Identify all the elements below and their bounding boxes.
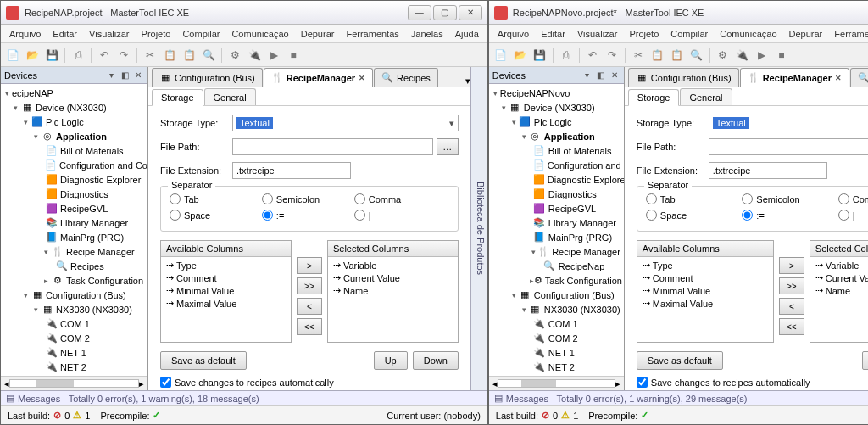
subtab-storage[interactable]: Storage [152,89,203,106]
run-icon[interactable]: ▶ [754,47,771,64]
redo-icon[interactable]: ↷ [115,47,132,64]
tree-item[interactable]: Diagnostic Explorer [60,175,141,185]
tree-hscroll[interactable]: ◂▸ [489,376,624,390]
menubar[interactable]: Arquivo Editar Visualizar Projeto Compil… [1,25,487,43]
save-icon[interactable]: 💾 [43,47,60,64]
tree-device[interactable]: Device (NX3030) [524,103,595,113]
list-item[interactable]: ⇢Variable [331,259,454,271]
selected-columns[interactable]: Selected Columns ⇢Variable ⇢Current Valu… [327,240,459,343]
tree-item[interactable]: Bill of Materials [548,146,612,156]
copy-icon[interactable]: 📋 [161,47,178,64]
tree-nx[interactable]: NX3030 (NX3030) [544,305,620,315]
tree-port[interactable]: COM 2 [60,333,90,344]
undo-icon[interactable]: ↶ [96,47,113,64]
minimize-button[interactable]: — [408,5,431,20]
list-item[interactable]: ⇢Current Value [331,271,454,284]
tab-close-icon[interactable]: ✕ [359,74,365,82]
tree-item[interactable]: Configuration and Consump [59,160,147,171]
file-ext-input[interactable] [709,162,827,179]
menu-ajuda[interactable]: Ajuda [450,27,484,41]
list-item[interactable]: ⇢Maximal Value [641,297,770,310]
tab-close-icon[interactable]: ✕ [835,74,842,82]
tree-app[interactable]: Application [56,131,107,142]
messages-bar[interactable]: ▤Messages - Totally 0 error(s), 1 warnin… [489,390,868,405]
editor-tabs[interactable]: ▦Configuration (Bus) 🍴RecipeManager✕ 🔍Re… [148,67,470,87]
file-path-input[interactable] [232,138,433,155]
editor-tabs[interactable]: ▦Configuration (Bus) 🍴RecipeManager✕ 🔍Re… [625,67,868,87]
save-icon[interactable]: 💾 [531,47,548,64]
cut-icon[interactable]: ✂ [630,47,647,64]
panel-pin-icon[interactable]: ◧ [119,70,131,81]
panel-dropdown-icon[interactable]: ▾ [581,70,593,81]
tree-root[interactable]: RecipeNAPNovo [500,88,570,98]
tree-item[interactable]: Recipes [70,261,104,271]
devices-header[interactable]: Devices ▾ ◧ ✕ [1,67,147,84]
sep-pipe[interactable]: | [354,210,447,221]
sep-tab[interactable]: Tab [170,193,262,204]
new-icon[interactable]: 📄 [492,47,509,64]
open-icon[interactable]: 📂 [512,47,529,64]
tree-port[interactable]: NET 1 [548,348,575,358]
tree-item[interactable]: Diagnostic Explorer [548,175,624,185]
file-path-input[interactable] [709,138,868,155]
menu-depurar[interactable]: Depurar [296,27,340,41]
tree-item[interactable]: Library Manager [548,218,616,228]
menu-janelas[interactable]: Janelas [406,27,448,41]
cut-icon[interactable]: ✂ [142,47,159,64]
print-icon[interactable]: ⎙ [70,47,86,64]
close-button[interactable]: ✕ [459,5,482,20]
titlebar[interactable]: RecipeNAPNovo.project* - MasterTool IEC … [489,1,868,25]
tab-configuration[interactable]: ▦Configuration (Bus) [628,68,739,87]
tab-recipemanager[interactable]: 🍴RecipeManager✕ [264,68,373,87]
up-button[interactable]: Up [374,351,408,370]
up-button[interactable]: Up [862,351,868,370]
tree-port[interactable]: COM 1 [60,319,90,329]
tree-item[interactable]: Recipe Manager [66,247,135,257]
sep-space[interactable]: Space [646,210,742,221]
auto-save-checkbox[interactable]: Save changes to recipes automatically [637,377,868,388]
maximize-button[interactable]: ▢ [433,5,457,20]
titlebar[interactable]: RecipeNAP.project - MasterTool IEC XE — … [1,1,487,25]
list-item[interactable]: ⇢Name [814,284,868,297]
subtabs[interactable]: Storage General [625,87,868,106]
panel-dropdown-icon[interactable]: ▾ [105,70,117,81]
devices-header[interactable]: Devices ▾ ◧ ✕ [489,67,624,84]
tree-item[interactable]: Diagnostics [548,189,597,199]
menu-editar[interactable]: Editar [47,27,82,41]
sep-pipe[interactable]: | [838,210,868,221]
menu-projeto[interactable]: Projeto [624,27,664,41]
menu-ferramentas[interactable]: Ferramentas [341,27,403,41]
tree-cfg[interactable]: Configuration (Bus) [46,290,126,300]
redo-icon[interactable]: ↷ [604,47,620,64]
build-icon[interactable]: ⚙ [715,47,732,64]
menu-editar[interactable]: Editar [536,27,570,41]
paste-icon[interactable]: 📋 [669,47,686,64]
stop-icon[interactable]: ■ [285,47,302,64]
move-all-right-button[interactable]: >> [297,277,322,294]
menu-arquivo[interactable]: Arquivo [492,27,534,41]
save-default-button[interactable]: Save as default [637,351,723,370]
storage-type-dropdown[interactable]: Textual [709,115,868,131]
device-tree[interactable]: ▾RecipeNAPNovo ▾▦Device (NX3030) ▾🟦Plc L… [489,84,624,376]
messages-bar[interactable]: ▤Messages - Totally 0 error(s), 1 warnin… [1,390,487,405]
find-icon[interactable]: 🔍 [200,47,217,64]
list-item[interactable]: ⇢Type [641,259,770,271]
list-item[interactable]: ⇢Comment [164,271,287,284]
print-icon[interactable]: ⎙ [558,47,575,64]
run-icon[interactable]: ▶ [265,47,282,64]
sep-eq[interactable]: := [742,210,837,221]
login-icon[interactable]: 🔌 [734,47,751,64]
down-button[interactable]: Down [413,351,459,370]
menu-comunicacao[interactable]: Comunicação [715,27,782,41]
list-item[interactable]: ⇢Current Value [814,271,868,284]
tree-item[interactable]: RecipeGVL [60,204,108,214]
tree-port[interactable]: NET 2 [548,362,575,372]
tabs-dropdown-icon[interactable]: ▾ [465,75,470,87]
undo-icon[interactable]: ↶ [584,47,601,64]
move-right-button[interactable]: > [297,257,322,274]
tree-item[interactable]: Recipe Manager [552,247,620,257]
product-library-sidebar[interactable]: Biblioteca de Produtos [470,67,487,390]
move-left-button[interactable]: < [297,298,322,315]
menu-compilar[interactable]: Compilar [665,27,713,41]
subtab-general[interactable]: General [204,88,256,105]
